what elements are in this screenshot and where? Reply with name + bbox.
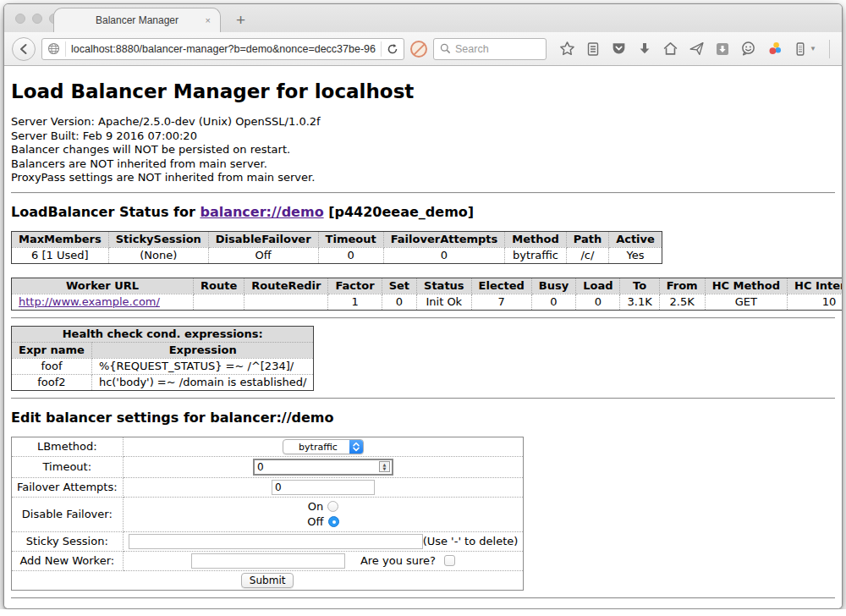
search-bar[interactable] <box>433 38 547 60</box>
col-worker-url: Worker URL <box>12 278 194 294</box>
cell-set: 0 <box>382 294 416 310</box>
health-row: foof %{REQUEST_STATUS} =~ /^[234]/ <box>12 358 314 374</box>
health-row: foof2 hc('body') =~ /domain is establish… <box>12 374 314 390</box>
disable-failover-label: Disable Failover: <box>12 497 124 531</box>
col-from: From <box>659 278 705 294</box>
section-divider <box>11 317 835 319</box>
cell-busy: 0 <box>531 294 575 310</box>
cell-route <box>194 294 244 310</box>
col-expr-name: Expr name <box>12 342 92 358</box>
status-heading-prefix: LoadBalancer Status for <box>11 204 200 220</box>
pocket-icon[interactable] <box>611 41 627 57</box>
cell-to: 3.1K <box>620 294 659 310</box>
table-row: 6 [1 Used] (None) Off 0 0 bytraffic /c/ … <box>12 247 662 263</box>
navigation-toolbar: localhost:8880/balancer-manager?b=demo&n… <box>4 32 842 66</box>
worker-row: http://www.example.com/ 1 0 Init Ok 7 0 … <box>12 294 843 310</box>
sticky-session-label: Sticky Session: <box>12 531 124 551</box>
cell-from: 2.5K <box>659 294 705 310</box>
col-stickysession: StickySession <box>108 231 208 247</box>
col-hc-method: HC Method <box>705 278 787 294</box>
table-header-row: MaxMembers StickySession DisableFailover… <box>12 231 662 247</box>
tab-bar: Balancer Manager × + <box>4 4 842 32</box>
col-timeout: Timeout <box>318 231 383 247</box>
server-version: Server Version: Apache/2.5.0-dev (Unix) … <box>11 115 835 129</box>
col-disablefailover: DisableFailover <box>208 231 318 247</box>
form-row-sticky-session: Sticky Session: (Use '-' to delete) <box>12 531 524 551</box>
sticky-session-hint: (Use '-' to delete) <box>423 535 519 547</box>
table-title-row: Health check cond. expressions: <box>12 326 314 342</box>
col-elected: Elected <box>471 278 531 294</box>
url-bar[interactable]: localhost:8880/balancer-manager?b=demo&n… <box>41 38 404 60</box>
reading-list-icon[interactable] <box>585 41 601 57</box>
cell-stickysession: (None) <box>108 247 208 263</box>
failover-off-label: Off <box>307 515 323 528</box>
content-blocker-icon[interactable] <box>410 41 427 58</box>
balancer-status-table: MaxMembers StickySession DisableFailover… <box>11 231 662 264</box>
lbmethod-select[interactable]: bytraffic <box>283 439 364 454</box>
address-text[interactable]: localhost:8880/balancer-manager?b=demo&n… <box>71 43 376 55</box>
col-path: Path <box>566 231 608 247</box>
bookmark-star-icon[interactable] <box>559 41 575 57</box>
worker-url-link[interactable]: http://www.example.com/ <box>19 295 160 308</box>
failover-on-radio[interactable] <box>327 501 338 512</box>
loadbalancer-status-heading: LoadBalancer Status for balancer://demo … <box>11 204 835 220</box>
reload-icon[interactable] <box>387 43 398 55</box>
col-hc-interval: HC Interval <box>788 278 842 294</box>
cell-path: /c/ <box>566 247 608 263</box>
col-method: Method <box>505 231 566 247</box>
urlbar-divider <box>65 41 66 57</box>
failover-off-radio[interactable] <box>328 516 339 527</box>
section-divider <box>11 398 835 399</box>
health-check-table: Health check cond. expressions: Expr nam… <box>11 326 314 391</box>
select-chevrons-icon <box>349 440 363 454</box>
cell-failoverattempts: 0 <box>383 247 505 263</box>
cell-active: Yes <box>609 247 662 263</box>
cell-load: 0 <box>576 294 620 310</box>
col-busy: Busy <box>531 278 575 294</box>
tab-close-icon[interactable]: × <box>206 14 211 26</box>
bottom-divider <box>11 597 835 599</box>
submit-button[interactable]: Submit <box>241 573 294 588</box>
window-close-button[interactable] <box>15 14 25 24</box>
new-tab-button[interactable]: + <box>236 13 245 28</box>
failover-on-label: On <box>308 500 323 513</box>
cell-factor: 1 <box>328 294 382 310</box>
add-worker-input[interactable] <box>191 553 345 569</box>
are-you-sure-label: Are you sure? <box>360 554 436 567</box>
toolbar-separator <box>829 40 830 58</box>
back-button[interactable] <box>12 37 36 61</box>
col-routeredir: RouteRedir <box>244 278 328 294</box>
send-icon[interactable] <box>689 41 705 57</box>
form-row-lbmethod: LBmethod: bytraffic <box>12 437 524 456</box>
col-route: Route <box>194 278 244 294</box>
cell-routeredir <box>244 294 328 310</box>
col-factor: Factor <box>328 278 382 294</box>
sticky-session-input[interactable] <box>129 534 423 549</box>
feedback-smiley-icon[interactable] <box>740 41 756 57</box>
back-arrow-icon <box>17 42 30 56</box>
number-stepper-icon[interactable]: ▲▼ <box>379 461 390 472</box>
tab-title: Balancer Manager <box>96 14 179 26</box>
form-row-add-worker: Add New Worker: Are you sure? <box>12 551 524 570</box>
failover-attempts-input[interactable] <box>272 480 375 495</box>
search-input[interactable] <box>455 43 540 55</box>
are-you-sure-checkbox[interactable] <box>444 555 455 566</box>
cell-timeout: 0 <box>318 247 383 263</box>
device-battery-icon[interactable]: ▼ <box>793 41 816 57</box>
page-content: Load Balancer Manager for localhost Serv… <box>4 66 842 608</box>
colored-dots-extension-icon[interactable] <box>766 41 783 57</box>
cell-hc-interval: 10 <box>788 294 842 310</box>
save-to-device-icon[interactable] <box>715 41 730 57</box>
chevron-down-icon[interactable]: ▼ <box>810 45 816 52</box>
page-title: Load Balancer Manager for localhost <box>11 80 835 102</box>
balancer-demo-link[interactable]: balancer://demo <box>200 204 323 220</box>
cell-maxmembers: 6 [1 Used] <box>12 247 109 263</box>
timeout-input-wrap: ▲▼ <box>253 459 393 476</box>
home-icon[interactable] <box>662 41 678 57</box>
timeout-input[interactable] <box>257 461 379 473</box>
add-worker-label: Add New Worker: <box>12 551 124 570</box>
tab-balancer-manager[interactable]: Balancer Manager × <box>53 8 221 32</box>
globe-icon <box>47 42 60 55</box>
window-minimize-button[interactable] <box>32 14 42 24</box>
downloads-icon[interactable] <box>637 41 652 57</box>
